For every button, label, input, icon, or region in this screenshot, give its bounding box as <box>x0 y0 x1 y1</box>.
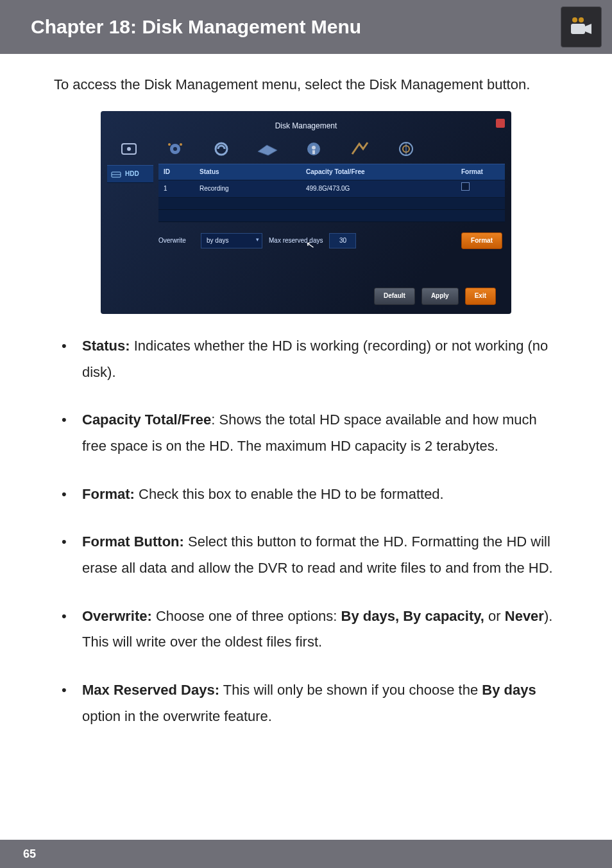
main-panel: ID Status Capacity Total/Free Format 1 R… <box>158 164 505 305</box>
col-format: Format <box>456 164 505 180</box>
default-button[interactable]: Default <box>374 288 415 305</box>
camera-icon <box>561 6 602 48</box>
list-item-format: Format: Check this box to enable the HD … <box>54 482 558 508</box>
feature-list: Status: Indicates whether the HD is work… <box>54 333 558 730</box>
tab-basic-icon[interactable] <box>117 141 140 157</box>
capacity-label: Capacity Total/Free <box>82 412 211 428</box>
list-item-overwrite: Overwrite: Choose one of three options: … <box>54 603 558 655</box>
overwrite-options: By days, By capacity, <box>341 608 484 624</box>
col-id: ID <box>158 164 194 180</box>
overwrite-label: Overwrite <box>158 235 194 247</box>
overwrite-label-text: Overwrite: <box>82 608 152 624</box>
svg-rect-2 <box>571 24 585 34</box>
disk-management-screenshot: Disk Management <box>101 111 511 314</box>
chapter-header: Chapter 18: Disk Management Menu <box>0 0 612 54</box>
table-row: 1 Recording 499.8G/473.0G <box>158 180 505 198</box>
hdd-icon <box>111 170 121 178</box>
overwrite-select[interactable]: by days <box>201 233 262 249</box>
window-title-bar: Disk Management <box>101 117 511 138</box>
status-text: Indicates whether the HD is working (rec… <box>82 338 548 380</box>
svg-rect-13 <box>312 150 315 154</box>
dialog-footer: Default Apply Exit <box>158 281 505 305</box>
svg-point-9 <box>180 143 182 146</box>
hdd-table: ID Status Capacity Total/Free Format 1 R… <box>158 164 505 222</box>
list-item-max-reserved: Max Reserved Days: This will only be sho… <box>54 677 558 729</box>
page-number: 65 <box>23 847 36 861</box>
footer-bar: 65 <box>0 840 612 868</box>
tab-live-icon[interactable] <box>164 141 187 157</box>
list-item-format-button: Format Button: Select this button to for… <box>54 529 558 581</box>
format-button[interactable]: Format <box>461 232 502 250</box>
cell-status: Recording <box>194 180 301 198</box>
list-item-status: Status: Indicates whether the HD is work… <box>54 333 558 385</box>
svg-point-5 <box>127 147 131 151</box>
svg-marker-3 <box>585 24 591 34</box>
tab-schedule-icon[interactable] <box>256 141 279 157</box>
col-capacity: Capacity Total/Free <box>301 164 456 180</box>
overwrite-never: Never <box>505 608 544 624</box>
window-title-text: Disk Management <box>275 121 337 130</box>
svg-point-1 <box>579 17 584 22</box>
document-page: Chapter 18: Disk Management Menu To acce… <box>0 0 612 868</box>
format-button-label: Format Button: <box>82 534 184 550</box>
format-text: Check this box to enable the HD to be fo… <box>135 486 444 502</box>
tab-network-icon[interactable] <box>348 141 371 157</box>
overwrite-select-value: by days <box>207 237 228 244</box>
cell-id: 1 <box>158 180 194 198</box>
max-reserved-label: Max reserved days <box>269 235 323 247</box>
list-item-capacity: Capacity Total/Free: Shows the total HD … <box>54 407 558 459</box>
intro-paragraph: To access the Disk Management menu, sele… <box>54 72 558 98</box>
col-status: Status <box>194 164 301 180</box>
max-reserved-by-days: By days <box>482 682 536 698</box>
format-label: Format: <box>82 486 135 502</box>
sidebar-hdd-label: HDD <box>125 168 139 180</box>
overwrite-text-a: Choose one of three options: <box>152 608 341 624</box>
tab-alarm-icon[interactable] <box>302 141 325 157</box>
exit-button[interactable]: Exit <box>465 288 496 305</box>
table-row-empty <box>158 197 505 209</box>
body-content: To access the Disk Management menu, sele… <box>0 54 612 729</box>
svg-point-7 <box>173 147 177 151</box>
svg-point-0 <box>572 17 577 22</box>
tab-users-icon[interactable] <box>395 141 418 157</box>
checkbox-icon[interactable] <box>461 182 470 191</box>
settings-tab-row <box>101 138 511 164</box>
status-label: Status: <box>82 338 130 354</box>
tab-record-icon[interactable] <box>210 141 233 157</box>
table-header-row: ID Status Capacity Total/Free Format <box>158 164 505 180</box>
sidebar: HDD <box>107 164 153 305</box>
overwrite-text-b: or <box>484 608 505 624</box>
table-row-empty <box>158 209 505 221</box>
chapter-title: Chapter 18: Disk Management Menu <box>31 16 361 38</box>
max-reserved-label-text: Max Reserved Days: <box>82 682 219 698</box>
apply-button[interactable]: Apply <box>421 288 459 305</box>
svg-point-12 <box>312 146 316 150</box>
cell-format-checkbox[interactable] <box>456 180 505 198</box>
cell-capacity: 499.8G/473.0G <box>301 180 456 198</box>
max-reserved-input[interactable]: 30 <box>329 233 356 249</box>
sidebar-item-hdd[interactable]: HDD <box>107 165 153 184</box>
close-icon[interactable] <box>496 119 505 128</box>
overwrite-row: Overwrite by days Max reserved days 30 F… <box>158 231 505 251</box>
max-reserved-text-a: This will only be shown if you choose th… <box>219 682 482 698</box>
max-reserved-text-b: option in the overwrite feature. <box>82 708 272 724</box>
svg-point-8 <box>168 143 171 146</box>
